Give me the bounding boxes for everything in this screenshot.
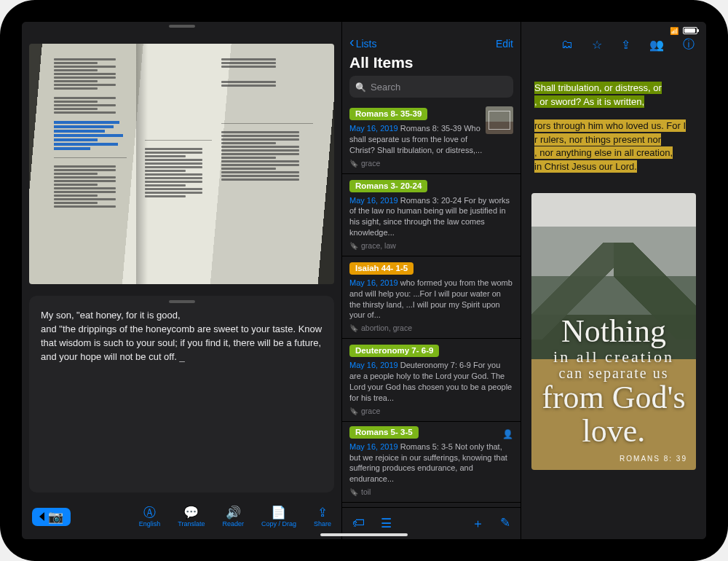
highlight-yellow: in Christ Jesus our Lord. xyxy=(534,160,637,173)
tag-filter-button[interactable]: 🏷 xyxy=(352,516,365,531)
screen: My son, "eat honey, for it is good, and … xyxy=(22,22,706,539)
scanner-panel: My son, "eat honey, for it is good, and … xyxy=(22,22,342,539)
tag-icon xyxy=(349,241,358,250)
language-icon: Ⓐ xyxy=(143,506,156,519)
item-body: May 16, 2019 who formed you from the wom… xyxy=(349,278,513,321)
tag-icon xyxy=(349,487,358,496)
translate-label: Translate xyxy=(178,520,205,527)
item-chip: Romans 3- 20-24 xyxy=(349,180,427,192)
item-thumb xyxy=(486,106,513,134)
share-button[interactable]: ⇪ xyxy=(621,38,630,52)
compose-button[interactable]: ✎ xyxy=(500,515,510,532)
camera-icon: 📷 xyxy=(48,511,63,523)
scanned-page-image[interactable] xyxy=(29,44,334,284)
device-frame: My son, "eat honey, for it is good, and … xyxy=(0,0,728,561)
graphic-text: Nothing in all creation can separate us … xyxy=(531,315,696,448)
list-header: Lists Edit xyxy=(342,22,521,51)
item-date: May 16, 2019 xyxy=(349,124,398,133)
item-body: May 16, 2019 Romans 5: 3-5 Not only that… xyxy=(349,442,513,484)
share-button[interactable]: ⇪ Share xyxy=(314,506,331,527)
highlight-green: Shall tribulation, or distress, or xyxy=(534,82,662,94)
highlight-green: , or sword? As it is written, xyxy=(534,95,644,108)
item-date: May 16, 2019 xyxy=(349,361,398,369)
back-button[interactable]: Lists xyxy=(349,38,376,50)
detail-text: Shall tribulation, or distress, or , or … xyxy=(521,52,706,181)
copy-button[interactable]: 📄 Copy / Drag xyxy=(261,506,296,527)
edit-button[interactable]: Edit xyxy=(496,38,513,50)
copy-label: Copy / Drag xyxy=(261,520,296,527)
ocr-line-1: My son, "eat honey, for it is good, xyxy=(41,309,323,323)
item-tags: grace, law xyxy=(349,241,513,250)
speaker-icon: 🔊 xyxy=(226,506,241,519)
item-tags: toil xyxy=(349,487,513,496)
copy-icon: 📄 xyxy=(271,506,286,519)
people-button[interactable]: 👥 xyxy=(649,38,664,52)
list-item[interactable]: Deuteronomy 7- 6-9 May 16, 2019 Deuteron… xyxy=(342,339,521,421)
list-title: All Items xyxy=(342,51,521,76)
add-button[interactable]: ＋ xyxy=(472,515,484,532)
detail-toolbar: 🗂 ☆ ⇪ 👥 ⓘ xyxy=(521,22,706,52)
item-body: May 16, 2019 Romans 3: 20-24 For by work… xyxy=(349,195,513,238)
verse-graphic[interactable]: Nothing in all creation can separate us … xyxy=(531,193,696,470)
list-item[interactable]: Romans 3- 20-24 May 16, 2019 Romans 3: 2… xyxy=(342,174,521,256)
item-chip: Deuteronomy 7- 6-9 xyxy=(349,345,439,357)
reader-label: Reader xyxy=(222,520,244,527)
ocr-line-2: and "the drippings of the honeycomb are … xyxy=(41,323,322,362)
search-field[interactable] xyxy=(349,76,513,98)
highlight-yellow: rors through him who loved us. For I xyxy=(534,119,686,132)
share-icon: ⇪ xyxy=(317,506,328,519)
item-date: May 16, 2019 xyxy=(349,196,398,205)
tag-icon xyxy=(349,323,358,332)
info-button[interactable]: ⓘ xyxy=(683,37,695,52)
item-tags: grace xyxy=(349,159,513,168)
translate-icon: 💬 xyxy=(183,506,199,519)
item-date: May 16, 2019 xyxy=(349,442,398,451)
detail-panel: 🗂 ☆ ⇪ 👥 ⓘ Shall tribulation, or distress… xyxy=(521,22,706,539)
item-date: May 16, 2019 xyxy=(349,278,398,287)
person-icon xyxy=(502,427,513,440)
item-body: May 16, 2019 Deuteronomy 7: 6-9 For you … xyxy=(349,360,513,403)
list-item[interactable]: Romans 8- 35-39 May 16, 2019 Romans 8: 3… xyxy=(342,102,521,174)
share-label: Share xyxy=(314,520,331,527)
camera-button[interactable]: 📷 xyxy=(32,508,71,526)
language-button[interactable]: Ⓐ English xyxy=(139,506,161,527)
highlight-yellow: r rulers, nor things present nor xyxy=(534,133,661,146)
item-tags: grace xyxy=(349,407,513,415)
item-chip: Isaiah 44- 1-5 xyxy=(349,262,414,275)
list-panel: Lists Edit All Items Romans 8- 35-39 May… xyxy=(342,22,521,539)
search-icon xyxy=(355,80,366,93)
list-item[interactable]: Isaiah 44- 1-5 May 16, 2019 who formed y… xyxy=(342,256,521,339)
reader-button[interactable]: 🔊 Reader xyxy=(222,506,244,527)
language-label: English xyxy=(139,520,161,527)
translate-button[interactable]: 💬 Translate xyxy=(178,506,205,527)
drag-handle[interactable] xyxy=(169,25,195,28)
item-chip: Romans 8- 35-39 xyxy=(349,108,427,120)
back-triangle-icon xyxy=(39,512,44,521)
items-list[interactable]: Romans 8- 35-39 May 16, 2019 Romans 8: 3… xyxy=(342,102,521,507)
tag-icon xyxy=(349,159,358,168)
folder-button[interactable]: 🗂 xyxy=(561,38,573,51)
graphic-credit: ROMANS 8: 39 xyxy=(620,455,687,463)
highlight-yellow: , nor anything else in all creation, xyxy=(534,146,673,159)
scanner-toolbar: 📷 Ⓐ English 💬 Translate 🔊 Reader 📄 xyxy=(22,498,341,539)
item-tags: abortion, grace xyxy=(349,323,513,332)
favorite-button[interactable]: ☆ xyxy=(592,38,602,52)
back-label: Lists xyxy=(356,38,377,50)
ocr-text-area[interactable]: My son, "eat honey, for it is good, and … xyxy=(29,296,334,493)
list-item[interactable]: Romans 5- 3-5 May 16, 2019 Romans 5: 3-5… xyxy=(342,422,521,503)
search-input[interactable] xyxy=(371,82,507,93)
tag-icon xyxy=(349,407,358,415)
home-indicator[interactable] xyxy=(320,533,408,536)
chevron-left-icon xyxy=(349,38,355,50)
view-mode-button[interactable]: ☰ xyxy=(381,516,392,531)
item-chip: Romans 5- 3-5 xyxy=(349,426,419,439)
